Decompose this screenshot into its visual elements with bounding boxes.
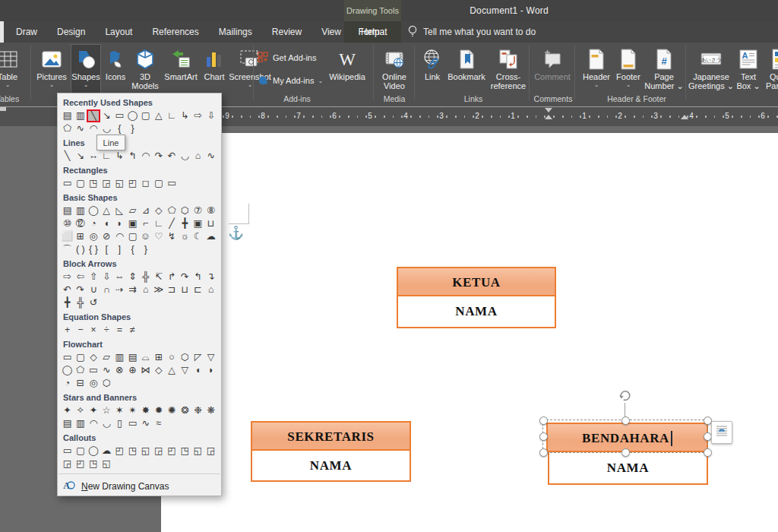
- tab-format[interactable]: Format: [344, 21, 401, 43]
- comment-button[interactable]: Comment: [533, 44, 572, 94]
- header-button[interactable]: Header⌄: [580, 44, 613, 94]
- online-video-button[interactable]: OnlineVideo: [378, 44, 411, 94]
- shape-cell[interactable]: ⑦: [191, 204, 204, 217]
- shape-cell[interactable]: ⊗: [113, 364, 126, 377]
- shape-cell[interactable]: ↳: [179, 109, 191, 122]
- shape-cell[interactable]: ⬠: [166, 204, 179, 217]
- shape-cell[interactable]: ∟: [152, 217, 165, 230]
- shape-cell[interactable]: ⊏: [191, 283, 204, 296]
- shape-cell[interactable]: ↰: [191, 271, 204, 283]
- shape-cell[interactable]: ▽: [204, 351, 217, 364]
- shape-cell[interactable]: ↶: [166, 150, 179, 163]
- shape-cell[interactable]: ⑩: [61, 217, 74, 230]
- shape-cell[interactable]: ⇧: [87, 271, 100, 283]
- my-add-ins-button[interactable]: My Add-ins⌄: [257, 71, 323, 90]
- shape-cell[interactable]: ╋: [61, 296, 74, 309]
- shape-cell[interactable]: ◳: [87, 458, 100, 470]
- shape-cell[interactable]: ◇: [152, 364, 165, 377]
- shape-cell[interactable]: ▱: [100, 351, 113, 364]
- shape-cell[interactable]: ◲: [100, 177, 113, 190]
- shape-cell[interactable]: ◳: [87, 177, 100, 190]
- selection-handle[interactable]: [621, 416, 630, 425]
- shape-cell[interactable]: ❉: [191, 404, 204, 417]
- hanging-indent-marker[interactable]: [545, 115, 552, 119]
- get-add-ins-button[interactable]: Get Add-ins: [257, 49, 316, 67]
- shape-cell[interactable]: ▽: [179, 364, 191, 377]
- shape-cell[interactable]: ◡: [100, 122, 113, 135]
- shape-cell[interactable]: ◎: [87, 377, 100, 390]
- shape-cell[interactable]: ▭: [87, 364, 100, 377]
- page-number-button[interactable]: #PageNumber ⌄: [644, 44, 685, 94]
- shape-cell[interactable]: ≈: [152, 417, 165, 430]
- table-button[interactable]: Table⌄: [0, 44, 27, 94]
- shape-cell[interactable]: +: [61, 324, 74, 337]
- shape-cell[interactable]: ☁: [100, 445, 113, 458]
- shape-cell[interactable]: ☼: [179, 230, 191, 243]
- shape-cell[interactable]: △: [166, 364, 179, 377]
- selection-handle[interactable]: [704, 416, 712, 425]
- shape-cell[interactable]: ◱: [100, 458, 113, 470]
- shape-cell[interactable]: ☆: [100, 404, 113, 417]
- shape-cell[interactable]: {: [113, 122, 126, 135]
- shape-cell[interactable]: ❂: [179, 404, 191, 417]
- shape-cell[interactable]: ↶: [61, 283, 74, 296]
- bookmark-button[interactable]: Bookmark: [446, 44, 487, 94]
- shape-cell[interactable]: ◯: [87, 445, 100, 458]
- shape-cell[interactable]: ⊿: [139, 204, 152, 217]
- shape-cell[interactable]: ⬠: [74, 364, 87, 377]
- left-indent-marker[interactable]: [0, 107, 6, 111]
- shape-cell[interactable]: }: [139, 243, 152, 256]
- shape-cell[interactable]: ▢: [74, 177, 87, 190]
- shape-cell[interactable]: ◠: [87, 122, 100, 135]
- shape-cell[interactable]: ❋: [204, 404, 217, 417]
- shape-cell[interactable]: ▭: [126, 417, 139, 430]
- tab-references[interactable]: References: [142, 21, 208, 43]
- shape-cell[interactable]: ⌒: [61, 243, 74, 256]
- ketua-name-box[interactable]: NAMA: [397, 295, 556, 328]
- shape-cell[interactable]: ◡: [100, 417, 113, 430]
- shape-cell[interactable]: ◺: [113, 204, 126, 217]
- shape-cell[interactable]: ↷: [74, 283, 87, 296]
- shape-cell[interactable]: ⇢: [113, 283, 126, 296]
- shape-cell[interactable]: ⇩: [100, 271, 113, 283]
- shape-cell[interactable]: ≫: [152, 283, 165, 296]
- rotation-handle[interactable]: [617, 388, 633, 404]
- shape-cell[interactable]: ◎: [87, 230, 100, 243]
- shape-cell[interactable]: ╬: [139, 271, 152, 283]
- selection-handle[interactable]: [621, 448, 630, 457]
- shape-cell[interactable]: ╱: [166, 217, 179, 230]
- tab-draw[interactable]: Draw: [6, 21, 47, 43]
- shape-cell[interactable]: ↘: [74, 150, 87, 163]
- sekretaris-title-box[interactable]: SEKRETARIS: [251, 421, 411, 452]
- shape-cell[interactable]: ◰: [113, 445, 126, 458]
- shape-cell[interactable]: ◇: [152, 204, 165, 217]
- shape-cell[interactable]: ◱: [191, 445, 204, 458]
- shape-cell[interactable]: ⇔: [113, 271, 126, 283]
- shape-cell[interactable]: ◯: [61, 364, 74, 377]
- tab-review[interactable]: Review: [262, 21, 312, 43]
- shape-cell[interactable]: ▢: [126, 230, 139, 243]
- shape-cell[interactable]: ↔: [87, 150, 100, 163]
- shape-cell[interactable]: ◰: [74, 458, 87, 470]
- shape-cell[interactable]: ]: [113, 243, 126, 256]
- tell-me-box[interactable]: Tell me what you want to do: [407, 21, 536, 43]
- first-line-indent-marker[interactable]: [545, 108, 552, 112]
- shape-cell[interactable]: −: [74, 324, 87, 337]
- link-button[interactable]: Link: [419, 44, 446, 94]
- shape-cell[interactable]: ☾: [191, 230, 204, 243]
- shape-cell[interactable]: ✸: [139, 404, 152, 417]
- right-indent-marker[interactable]: [681, 115, 688, 119]
- shape-cell[interactable]: ÷: [100, 324, 113, 337]
- shape-cell[interactable]: ▥: [74, 417, 87, 430]
- shape-cell[interactable]: △: [152, 109, 165, 122]
- ketua-title-box[interactable]: KETUA: [397, 267, 556, 298]
- shape-cell[interactable]: ◖: [100, 217, 113, 230]
- shape-cell[interactable]: ⇨: [61, 271, 74, 283]
- shape-cell[interactable]: ◲: [61, 458, 74, 470]
- shape-cell[interactable]: ◰: [166, 445, 179, 458]
- shape-cell[interactable]: ☺: [139, 230, 152, 243]
- shape-cell[interactable]: ↸: [152, 271, 165, 283]
- shape-cell[interactable]: ○: [166, 351, 179, 364]
- shape-cell[interactable]: ⇨: [191, 109, 204, 122]
- text-box-button[interactable]: ATextBox ⌄: [733, 44, 764, 94]
